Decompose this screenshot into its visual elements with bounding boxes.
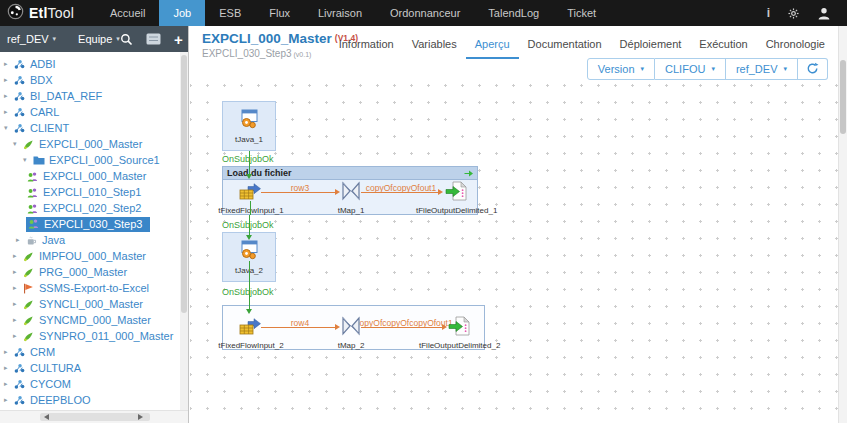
tfixedflowinput-icon [239,187,263,204]
trigger-arrowhead-icon [246,235,252,240]
tmap-icon [339,322,363,339]
sidebar-item-crm[interactable]: ▸CRM [0,344,180,360]
expand-arrow-icon[interactable]: ▸ [13,300,22,308]
java-icon [25,234,38,246]
nav-item-job[interactable]: Job [159,0,205,26]
user-icon[interactable] [817,7,831,20]
scroll-left-icon[interactable] [44,414,49,420]
context-dropdown-button[interactable]: CLIFOU▾ [655,58,726,80]
expand-arrow-icon[interactable]: ▸ [4,108,13,116]
tab-execution[interactable]: Exécution [690,35,756,59]
sidebar-item-impfou-000-master[interactable]: ▸IMPFOU_000_Master [0,248,180,264]
component-label: tMap_2 [311,341,391,350]
add-button[interactable]: + [174,32,183,47]
sidebar-item-bdx[interactable]: ▸BDX [0,72,180,88]
component-tjava-1[interactable]: tJava_1 [222,101,276,151]
nav-item-ordonnanceur[interactable]: Ordonnanceur [376,0,474,26]
subjob-2[interactable]: row4 copyOfcopyOfcopyOfout1 tFixedFlowIn… [222,305,485,350]
sidebar-item-expcli-000-master-job[interactable]: EXPCLI_000_Master [0,168,180,184]
info-icon[interactable]: i [767,6,770,20]
project-dropdown[interactable]: ref_DEV ▾ [7,33,56,45]
sidebar-item-deepbloo[interactable]: ▸DEEPBLOO [0,392,180,408]
nav-item-accueil[interactable]: Accueil [96,0,159,26]
job-icon [22,138,35,150]
expand-arrow-icon[interactable]: ▸ [4,380,13,388]
step-icon [27,218,40,230]
tab-documentation[interactable]: Documentation [519,35,611,59]
sidebar-item-adbi[interactable]: ▸ADBI [0,56,180,72]
sidebar-item-cultura[interactable]: ▸CULTURA [0,360,180,376]
gear-icon[interactable] [788,8,799,19]
project-dropdown-label: ref_DEV [7,33,49,45]
component-tmap-1[interactable]: tMap_1 [311,181,391,215]
view-toggle-icon[interactable] [146,33,161,45]
nav-item-ticket[interactable]: Ticket [553,0,610,26]
sidebar-item-expcli-000-source1[interactable]: ▾EXPCLI_000_Source1 [0,152,180,168]
component-tfileoutputdelimited-2[interactable]: tFileOutputDelimited_2 [419,316,499,350]
component-label: tFixedFlowInput_2 [211,341,291,350]
page-vertical-scrollbar [838,26,847,423]
project-icon [13,90,26,102]
search-icon[interactable] [120,33,133,46]
sidebar-item-expcli-020-step2[interactable]: EXPCLI_020_Step2 [0,200,180,216]
sidebar-item-client[interactable]: ▾CLIENT [0,120,180,136]
sidebar-item-synpro-011-000-master[interactable]: ▸SYNPRO_011_000_Master [0,328,180,344]
component-tmap-2[interactable]: tMap_2 [311,316,391,350]
expand-arrow-icon[interactable]: ▸ [13,268,22,276]
expand-arrow-icon[interactable]: ▸ [4,396,13,404]
sidebar-item-expcli-010-step1[interactable]: EXPCLI_010_Step1 [0,184,180,200]
tab-variables[interactable]: Variables [403,35,466,59]
component-tfileoutputdelimited-1[interactable]: tFileOutputDelimited_1 [416,181,496,215]
sidebar-horizontal-scrollbar-thumb[interactable] [40,413,150,421]
trigger-line [249,261,250,309]
sidebar-item-expcli-000-master[interactable]: ▾EXPCLI_000_Master [0,136,180,152]
nav-item-flux[interactable]: Flux [255,0,304,26]
tree-item-label: SYNPRO_011_000_Master [39,330,173,342]
step-icon [26,170,39,182]
collapse-arrow-icon[interactable]: ▾ [23,156,32,164]
sidebar-item-ssms-export-to-excel[interactable]: ▸SSMS-Export-to-Excel [0,280,180,296]
expand-arrow-icon[interactable]: ▸ [4,348,13,356]
subjob-version-badge: (v0.1) [294,51,312,58]
tab-apercu[interactable]: Aperçu [466,35,519,59]
expand-arrow-icon[interactable]: ▸ [13,252,22,260]
tree-item-label: EXPCLI_020_Step2 [43,202,141,214]
sidebar-item-expcli-030-step3[interactable]: EXPCLI_030_Step3 [0,216,180,232]
subjob-load-du-fichier[interactable]: Load du fichier row3 copyOfcopyOfout1 tF… [222,166,478,215]
page-vertical-scrollbar-thumb[interactable] [840,60,846,134]
component-tfixedflowinput-2[interactable]: tFixedFlowInput_2 [211,316,291,350]
nav-item-esb[interactable]: ESB [205,0,255,26]
environment-dropdown-button[interactable]: ref_DEV▾ [726,58,798,80]
expand-arrow-icon[interactable]: ▸ [4,76,13,84]
expand-arrow-icon[interactable]: ▸ [13,284,22,292]
sidebar-item-syncli-000-master[interactable]: ▸SYNCLI_000_Master [0,296,180,312]
sidebar-item-syncmd-000-master[interactable]: ▸SYNCMD_000_Master [0,312,180,328]
sidebar-item-bi-data-ref[interactable]: ▸BI_DATA_REF [0,88,180,104]
expand-arrow-icon[interactable]: ▸ [4,60,13,68]
tree-item-label: EXPCLI_000_Source1 [49,154,160,166]
component-tfixedflowinput-1[interactable]: tFixedFlowInput_1 [211,181,291,215]
refresh-button[interactable] [798,58,828,80]
tab-chronologie[interactable]: Chronologie [757,35,834,59]
expand-arrow-icon[interactable]: ▸ [4,92,13,100]
version-dropdown-button[interactable]: Version▾ [587,58,655,80]
expand-arrow-icon[interactable]: ▸ [4,364,13,372]
collapse-arrow-icon[interactable]: ▾ [13,140,22,148]
expand-arrow-icon[interactable]: ▸ [13,332,22,340]
sidebar-item-carl[interactable]: ▸CARL [0,104,180,120]
sidebar-item-cycom[interactable]: ▸CYCOM [0,376,180,392]
app-logo[interactable]: EtlTool [0,0,96,26]
team-dropdown[interactable]: Equipe ▾ [78,33,120,45]
scroll-right-icon[interactable] [138,414,143,420]
expand-arrow-icon[interactable]: ▸ [16,236,25,244]
sidebar-item-prg-000-master[interactable]: ▸PRG_000_Master [0,264,180,280]
tab-information[interactable]: Information [330,35,403,59]
tab-deploiement[interactable]: Déploiement [611,35,691,59]
expand-arrow-icon[interactable]: ▸ [13,316,22,324]
sidebar-vertical-scrollbar-thumb[interactable] [181,55,187,313]
nav-item-livraison[interactable]: Livraison [304,0,376,26]
nav-item-talendlog[interactable]: TalendLog [474,0,553,26]
sidebar-item-java[interactable]: ▸Java [0,232,180,248]
collapse-arrow-icon[interactable]: ▾ [4,124,13,132]
refresh-icon [806,62,819,77]
